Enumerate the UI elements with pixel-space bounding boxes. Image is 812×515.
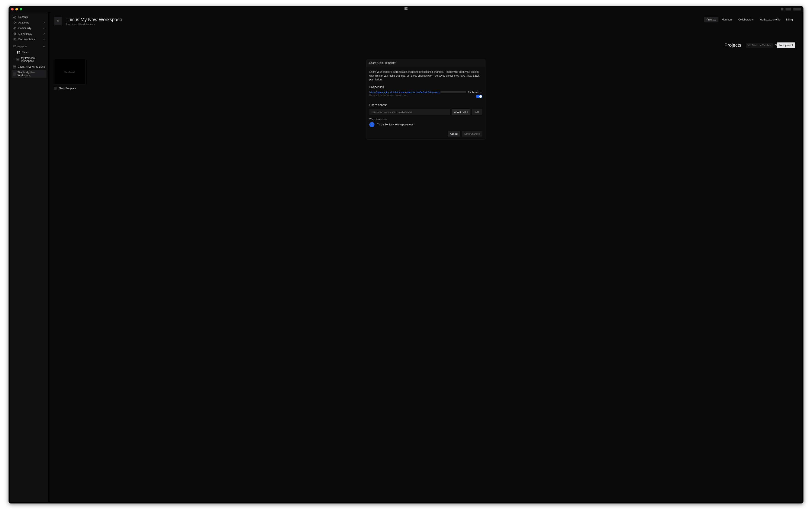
sidebar-item-marketplace[interactable]: Marketplace ↗ <box>11 31 47 36</box>
workspaces-label: Workspaces <box>13 45 27 48</box>
workspace-item-personal[interactable]: › MP My Personal Workspace <box>11 55 47 64</box>
projects-search[interactable] <box>746 43 774 48</box>
window-titlebar <box>8 6 804 12</box>
external-link-icon: ↗ <box>43 21 45 24</box>
chevron-right-icon[interactable]: › <box>13 58 15 61</box>
titlebar-unknown-2[interactable] <box>793 8 801 10</box>
titlebar-right-controls <box>781 8 801 10</box>
workspace-title: This is My New Workspace <box>66 17 122 22</box>
external-link-icon: ↗ <box>43 27 45 30</box>
workspace-item-clutch[interactable]: › Clutch <box>11 49 47 55</box>
home-icon <box>13 16 16 19</box>
titlebar-unknown-1[interactable] <box>786 8 791 10</box>
project-link-help: Users with the link can access and clone <box>369 94 468 97</box>
team-name: This is My New Workspace team <box>377 123 414 126</box>
traffic-lights <box>11 8 22 10</box>
project-link-label: Project link <box>369 85 482 89</box>
store-icon <box>13 32 16 35</box>
workspace-title-block: This is My New Workspace 1 members | 0 c… <box>66 17 122 25</box>
role-select[interactable]: View & Edit ⇅ <box>452 109 470 115</box>
tab-collaborators[interactable]: Collaborators <box>736 17 756 22</box>
sidebar-item-label: Documentation <box>18 38 36 41</box>
project-thumb-label: Blank Project! <box>64 71 75 73</box>
globe-icon <box>13 27 16 30</box>
external-link-icon: ↗ <box>43 32 45 35</box>
projects-toolbar: Projects New project <box>50 43 802 48</box>
new-project-button[interactable]: New project <box>777 43 795 48</box>
new-folder-button[interactable] <box>774 43 777 47</box>
external-link-icon: ↗ <box>43 38 45 41</box>
search-icon <box>747 44 750 47</box>
window-minimize-button[interactable] <box>16 8 18 10</box>
access-row: T This is My New Workspace team <box>369 122 482 127</box>
project-link-redacted <box>440 91 466 93</box>
project-name: Blank Template <box>58 87 76 90</box>
workspace-badge: CF <box>13 65 16 69</box>
workspace-meta: 1 members | 0 collaborators <box>66 23 122 25</box>
tab-members[interactable]: Members <box>719 17 735 22</box>
team-avatar: T <box>369 122 374 127</box>
workspace-badge: MP <box>17 58 20 61</box>
add-workspace-button[interactable]: + <box>43 45 45 48</box>
workspace-item-new[interactable]: TI This is My New Workspace <box>11 70 47 78</box>
public-access-label: Public access <box>468 91 482 93</box>
sidebar-item-label: Marketplace <box>18 32 32 35</box>
sidebar-item-recents[interactable]: Recents <box>11 14 47 20</box>
project-thumbnail[interactable]: Blank Project! <box>54 59 86 85</box>
user-search[interactable] <box>369 109 450 115</box>
project-badge: TI <box>54 87 57 90</box>
modal-title: Share "Blank Template" <box>366 59 485 66</box>
app-logo <box>405 7 407 11</box>
workspace-badge: TI <box>13 72 16 76</box>
share-modal: Share "Blank Template" Share your projec… <box>366 59 486 140</box>
project-link[interactable]: https://app-staging.clutch.io/canary/int… <box>369 91 468 93</box>
workspace-label: My Personal Workspace <box>21 57 45 62</box>
workspace-label: Clutch <box>22 51 29 54</box>
workspace-label: Client: First Wired Bank <box>18 65 45 68</box>
tab-projects[interactable]: Projects <box>704 17 718 22</box>
sidebar: Recents Academy ↗ Community ↗ M <box>10 12 48 502</box>
cancel-button[interactable]: Cancel <box>448 131 460 137</box>
sidebar-item-documentation[interactable]: Documentation ↗ <box>11 36 47 42</box>
window-close-button[interactable] <box>11 8 13 10</box>
chevron-updown-icon: ⇅ <box>467 111 468 113</box>
sidebar-item-community[interactable]: Community ↗ <box>11 25 47 31</box>
role-select-value: View & Edit <box>454 111 466 113</box>
sidebar-item-academy[interactable]: Academy ↗ <box>11 20 47 25</box>
workspace-avatar: TI <box>54 17 62 25</box>
titlebar-unknown-icon[interactable] <box>781 8 783 10</box>
tab-workspace-profile[interactable]: Workspace profile <box>757 17 783 22</box>
add-user-button[interactable]: Add <box>472 109 482 115</box>
sidebar-item-label: Recents <box>18 16 28 19</box>
workspace-badge <box>17 51 20 54</box>
modal-description: Share your project's current state, incl… <box>369 70 482 81</box>
header-tabs: Projects Members Collaborators Workspace… <box>704 17 795 22</box>
chevron-right-icon[interactable]: › <box>13 51 15 53</box>
svg-point-1 <box>748 44 749 46</box>
workspace-label: This is My New Workspace <box>18 71 45 77</box>
book-icon <box>13 38 16 41</box>
project-link-text: https://app-staging.clutch.io/canary/int… <box>369 91 440 93</box>
projects-search-input[interactable] <box>752 44 772 47</box>
tab-billing[interactable]: Billing <box>783 17 795 22</box>
sidebar-item-label: Community <box>18 27 31 30</box>
user-search-input[interactable] <box>372 111 448 113</box>
who-has-access-label: Who has access <box>369 118 482 120</box>
sidebar-item-label: Academy <box>18 21 29 24</box>
window-zoom-button[interactable] <box>20 8 22 10</box>
main-content: TI This is My New Workspace 1 members | … <box>50 12 802 502</box>
academy-icon <box>13 21 16 24</box>
workspaces-header: Workspaces + <box>11 42 47 49</box>
users-access-label: Users access <box>369 103 482 107</box>
projects-heading: Projects <box>724 43 741 48</box>
public-access-toggle[interactable] <box>476 95 482 98</box>
save-changes-button[interactable]: Save Changes <box>462 131 482 137</box>
clutch-logo-icon <box>405 7 407 10</box>
workspace-item-client[interactable]: CF Client: First Wired Bank <box>11 64 47 70</box>
app-window: Recents Academy ↗ Community ↗ M <box>8 6 804 504</box>
workspace-header: TI This is My New Workspace 1 members | … <box>50 12 802 25</box>
project-card[interactable]: Blank Project! TI Blank Template <box>54 59 86 90</box>
